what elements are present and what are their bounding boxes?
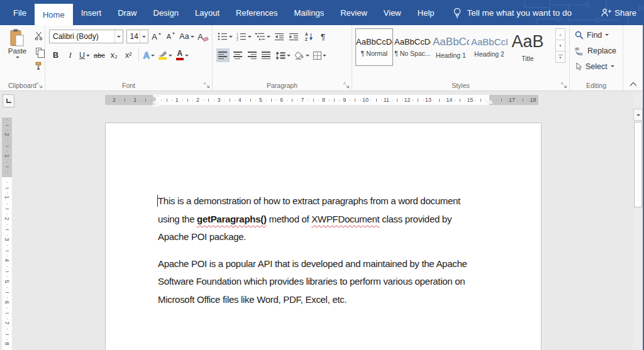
subscript-button[interactable]: x₂ [108, 48, 121, 62]
ruler-mark [230, 99, 230, 102]
font-color-icon: A [176, 50, 184, 60]
cut-button[interactable] [32, 30, 45, 41]
style-name: Heading 1 [436, 52, 466, 59]
styles-group-label: Styles [352, 82, 569, 89]
clear-formatting-button[interactable]: A [196, 30, 209, 43]
align-left-button[interactable] [216, 48, 230, 62]
style-card-normal[interactable]: AaBbCcDd¶ Normal [355, 28, 393, 66]
styles-scroll-up-button[interactable]: ▲ [555, 28, 565, 40]
ruler-mark: 4 [4, 255, 10, 265]
tab-home[interactable]: Home [35, 4, 73, 25]
copy-icon [36, 48, 42, 55]
select-cursor-icon [575, 62, 582, 71]
italic-button[interactable]: I [64, 48, 77, 62]
ruler-mark: 5 [259, 95, 262, 105]
document-text[interactable]: This is a demonstration of how to extrac… [158, 192, 467, 317]
tab-references[interactable]: References [228, 0, 286, 25]
ruler-mark: 13 [425, 95, 431, 105]
style-card-heading-1[interactable]: AaBbCcHeading 1 [432, 28, 470, 66]
tab-insert[interactable]: Insert [73, 0, 110, 25]
tab-draw[interactable]: Draw [109, 0, 145, 25]
collapse-ribbon-button[interactable] [629, 82, 638, 87]
ruler-mark [6, 251, 9, 251]
tab-selector[interactable] [3, 94, 14, 107]
tab-review[interactable]: Review [332, 0, 375, 25]
left-indent-marker[interactable] [153, 104, 159, 107]
tell-me-box[interactable]: Tell me what you want to do [453, 0, 572, 25]
text-run: Software Foundation which provides libra… [158, 276, 465, 287]
misspelled-text-run: XWPFDocument [311, 214, 379, 224]
style-card-heading-2[interactable]: AaBbCcDHeading 2 [470, 28, 508, 66]
style-name: ¶ No Spac... [394, 50, 431, 57]
underline-button[interactable]: U [78, 48, 91, 62]
decrease-indent-button[interactable] [273, 30, 286, 43]
scrollbar-thumb[interactable] [634, 122, 642, 207]
text-line: This is a demonstration of how to extrac… [158, 192, 467, 211]
style-name: Title [521, 55, 533, 62]
ruler-mark: 1 [4, 192, 10, 202]
tell-me-label: Tell me what you want to do [467, 8, 572, 18]
paste-button[interactable]: Paste [4, 29, 31, 80]
style-card-title[interactable]: AaBTitle [509, 28, 547, 66]
styles-more-button[interactable]: ▼ [555, 51, 565, 63]
tab-layout[interactable]: Layout [187, 0, 228, 25]
font-color-button[interactable]: A [175, 48, 190, 62]
bold-button[interactable]: B [49, 48, 62, 62]
strikethrough-button[interactable]: abc [92, 48, 106, 62]
shrink-font-button[interactable]: A [164, 30, 177, 43]
styles-scroll-down-button[interactable]: ▼ [555, 40, 565, 52]
font-size-select[interactable]: 14 [126, 30, 148, 43]
scroll-up-button[interactable] [633, 109, 643, 121]
clipboard-dialog-launcher[interactable] [36, 82, 43, 89]
horizontal-ruler[interactable]: 211234567891011121314151718 [105, 95, 538, 105]
superscript-button[interactable]: x² [122, 48, 135, 62]
copy-button[interactable] [32, 45, 45, 57]
font-name-select[interactable]: Calibri (Body) [49, 30, 123, 43]
vertical-ruler[interactable]: 2112345678 [2, 118, 12, 350]
borders-button[interactable] [312, 48, 328, 62]
paragraph-dialog-launcher[interactable] [343, 82, 350, 89]
grow-font-button[interactable]: A [150, 30, 163, 43]
tab-design[interactable]: Design [145, 0, 187, 25]
line-spacing-icon [275, 52, 286, 60]
style-card-no-spac[interactable]: AaBbCcDd¶ No Spac... [394, 28, 431, 66]
document-page[interactable]: This is a demonstration of how to extrac… [105, 123, 541, 350]
format-painter-icon [34, 62, 43, 70]
bullets-button[interactable] [216, 30, 234, 43]
font-size-caret [140, 30, 148, 43]
line-spacing-button[interactable] [274, 48, 292, 62]
styles-dialog-launcher[interactable] [561, 82, 567, 89]
tab-help[interactable]: Help [409, 0, 443, 25]
ruler-mark [397, 99, 397, 102]
ruler-mark [465, 100, 465, 101]
tab-view[interactable]: View [375, 0, 409, 25]
align-right-button[interactable] [245, 48, 258, 62]
multilevel-caret [267, 36, 270, 38]
increase-indent-button[interactable] [287, 30, 301, 43]
ruler-mark: 12 [404, 95, 411, 105]
numbering-button[interactable]: 123 [235, 30, 253, 43]
ruler-mark [350, 100, 350, 101]
align-center-button[interactable] [231, 48, 244, 62]
find-button[interactable]: Find [575, 29, 623, 41]
select-button[interactable]: Select [575, 60, 623, 72]
tab-mailings[interactable]: Mailings [286, 0, 333, 25]
vertical-scrollbar[interactable] [633, 91, 643, 350]
highlight-color-button[interactable] [157, 48, 174, 62]
text-effects-button[interactable]: A [142, 48, 156, 62]
format-painter-button[interactable] [32, 60, 45, 72]
shading-button[interactable] [293, 48, 311, 62]
show-formatting-button[interactable]: ¶ [316, 30, 330, 43]
replace-button[interactable]: abac Replace [575, 45, 623, 57]
font-dialog-launcher[interactable] [204, 82, 210, 89]
ruler-mark [208, 99, 209, 102]
sort-button[interactable]: AZ [302, 30, 315, 43]
change-case-button[interactable]: Aa [179, 30, 195, 43]
editing-group-label: Editing [570, 82, 623, 89]
paste-clipboard-icon [9, 29, 25, 47]
ruler-mark [439, 99, 440, 102]
multilevel-list-button[interactable] [254, 30, 272, 43]
justify-button[interactable] [260, 48, 273, 62]
share-button[interactable]: Share [601, 0, 636, 25]
tab-file[interactable]: File [5, 0, 35, 25]
